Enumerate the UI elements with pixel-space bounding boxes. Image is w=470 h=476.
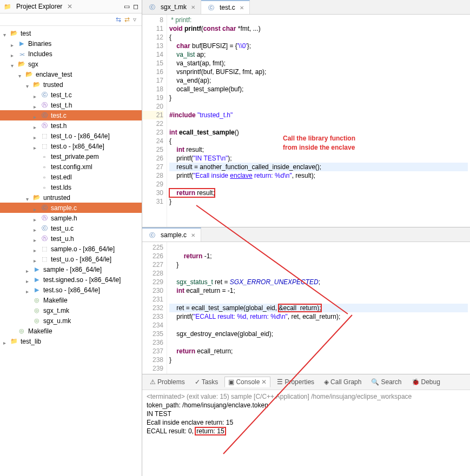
- twisty-icon[interactable]: [34, 92, 39, 98]
- twisty-icon[interactable]: [34, 133, 39, 139]
- twisty-icon[interactable]: [26, 318, 31, 324]
- maximize-icon[interactable]: ◻: [133, 3, 138, 10]
- code-line[interactable]: char buf[BUFSIZ] = {'\\0'};: [169, 42, 468, 50]
- twisty-icon[interactable]: [11, 328, 16, 334]
- tree-item[interactable]: 📂untrusted: [0, 192, 142, 203]
- project-tree[interactable]: 📂test▶Binaries⫘Includes📂sgx📂enclave_test…: [0, 26, 142, 476]
- tree-item[interactable]: ◎Makefile: [0, 326, 142, 336]
- code-mid[interactable]: return -1; } sgx_status_t ret = SGX_ERRO…: [167, 242, 470, 374]
- tree-item[interactable]: ⫘Includes: [0, 49, 142, 59]
- twisty-icon[interactable]: [26, 195, 31, 200]
- twisty-icon[interactable]: [34, 175, 39, 180]
- code-line[interactable]: printf("Ecall inside enclave return: %d\…: [169, 171, 468, 180]
- code-line[interactable]: printf("ECALL result: %d, return: %d\n",…: [169, 312, 468, 321]
- close-icon[interactable]: ✕: [191, 4, 195, 10]
- tree-item[interactable]: ▶Binaries: [0, 38, 142, 49]
- tree-item[interactable]: ⓗtest_u.h: [0, 233, 142, 244]
- twisty-icon[interactable]: [11, 51, 16, 57]
- tree-item[interactable]: ⬚sample.o - [x86_64/le]: [0, 244, 142, 254]
- code-line[interactable]: result = another_function_called_inside_…: [169, 163, 468, 171]
- tree-item[interactable]: ⬚test_u.o - [x86_64/le]: [0, 254, 142, 264]
- editor-tab[interactable]: ⓒsample.c✕: [142, 227, 201, 242]
- twisty-icon[interactable]: [34, 154, 39, 159]
- code-line[interactable]: va_end(ap);: [169, 76, 468, 85]
- tree-item[interactable]: ⓒtest.c: [0, 110, 142, 120]
- code-line[interactable]: vsnprintf(buf, BUFSIZ, fmt, ap);: [169, 68, 468, 76]
- code-line[interactable]: [169, 243, 468, 252]
- twisty-icon[interactable]: [26, 82, 31, 88]
- code-line[interactable]: printf("IN TEST\n");: [169, 154, 468, 163]
- twisty-icon[interactable]: [3, 31, 9, 36]
- console-tab-problems[interactable]: ⚠Problems: [147, 377, 188, 387]
- tree-item[interactable]: ▶test.signed.so - [x86_64/le]: [0, 274, 142, 285]
- close-icon[interactable]: ✕: [191, 232, 195, 238]
- twisty-icon[interactable]: [34, 113, 39, 118]
- twisty-icon[interactable]: [11, 62, 16, 67]
- code-top[interactable]: * printf: void printf(const char *fmt, .…: [167, 15, 470, 227]
- twisty-icon[interactable]: [34, 216, 39, 221]
- tree-item[interactable]: ⓗtest.h: [0, 120, 142, 131]
- twisty-icon[interactable]: [34, 144, 39, 149]
- twisty-icon[interactable]: [26, 298, 31, 303]
- tree-item[interactable]: ◎sgx_t.mk: [0, 305, 142, 316]
- editor-tab[interactable]: ⓒsgx_t.mk✕: [142, 0, 201, 14]
- code-line[interactable]: }: [169, 356, 468, 364]
- view-menu-icon[interactable]: ▿: [133, 16, 136, 23]
- code-line[interactable]: [169, 364, 468, 373]
- console-tab-call-graph[interactable]: ◈Call Graph: [321, 377, 365, 387]
- tree-item[interactable]: ⓒtest_u.c: [0, 223, 142, 233]
- tree-item[interactable]: ▫test_private.pem: [0, 151, 142, 162]
- code-line[interactable]: [169, 321, 468, 330]
- twisty-icon[interactable]: [34, 226, 39, 231]
- code-line[interactable]: return result;: [169, 189, 215, 197]
- code-line[interactable]: * printf:: [169, 16, 468, 24]
- tree-item[interactable]: ▫test.edl: [0, 172, 142, 182]
- code-line[interactable]: {: [169, 33, 468, 42]
- console-body[interactable]: <terminated> (exit value: 15) sample [C/…: [142, 390, 470, 438]
- tree-item[interactable]: ⬚test_t.o - [x86_64/le]: [0, 131, 142, 141]
- code-line[interactable]: sgx_destroy_enclave(global_eid);: [169, 330, 468, 338]
- tree-item[interactable]: ▶test.so - [x86_64/le]: [0, 285, 142, 295]
- twisty-icon[interactable]: [18, 72, 24, 77]
- code-line[interactable]: va_start(ap, fmt);: [169, 59, 468, 68]
- console-tab-properties[interactable]: ☰Properties: [274, 377, 317, 387]
- console-tab-console[interactable]: ▣Console ✕: [224, 377, 270, 387]
- console-tab-debug[interactable]: 🐞Debug: [408, 377, 443, 387]
- code-line[interactable]: [169, 119, 468, 128]
- code-line[interactable]: [169, 295, 468, 304]
- code-line[interactable]: return -1;: [169, 252, 468, 260]
- twisty-icon[interactable]: [34, 103, 39, 108]
- tree-item[interactable]: 📂sgx: [0, 59, 142, 69]
- editor-tab[interactable]: ⓒtest.c✕: [201, 0, 250, 14]
- twisty-icon[interactable]: [26, 308, 31, 313]
- console-tab-tasks[interactable]: ✓Tasks: [191, 377, 222, 387]
- twisty-icon[interactable]: [26, 267, 31, 272]
- tree-item[interactable]: 📂trusted: [0, 79, 142, 90]
- tree-item[interactable]: ⓗtest_t.h: [0, 100, 142, 110]
- twisty-icon[interactable]: [34, 246, 39, 252]
- tree-item[interactable]: ◎Makefile: [0, 295, 142, 305]
- tree-item[interactable]: ⓗsample.h: [0, 213, 142, 223]
- link-editor-icon[interactable]: ⇄: [124, 16, 130, 23]
- code-line[interactable]: return ecall_return;: [169, 347, 468, 356]
- twisty-icon[interactable]: [34, 236, 39, 242]
- tree-item[interactable]: ▶sample - [x86_64/le]: [0, 264, 142, 274]
- minimize-icon[interactable]: ▭: [124, 3, 130, 10]
- close-tab-icon[interactable]: ✕: [67, 3, 72, 10]
- tree-item[interactable]: ◎sgx_u.mk: [0, 316, 142, 326]
- tree-item[interactable]: ▫test.config.xml: [0, 162, 142, 172]
- collapse-all-icon[interactable]: ⇆: [116, 16, 121, 23]
- code-line[interactable]: ocall_test_sample(buf);: [169, 85, 468, 93]
- twisty-icon[interactable]: [34, 257, 39, 262]
- close-icon[interactable]: ✕: [261, 378, 267, 386]
- close-icon[interactable]: ✕: [240, 5, 244, 11]
- code-line[interactable]: int ecall_return = -1;: [169, 286, 468, 295]
- code-line[interactable]: void printf(const char *fmt, ...): [169, 24, 468, 33]
- tree-item[interactable]: 📁test_lib: [0, 336, 142, 346]
- twisty-icon[interactable]: [26, 287, 31, 293]
- tree-item[interactable]: 📂test: [0, 28, 142, 38]
- code-line[interactable]: [169, 338, 468, 347]
- code-line[interactable]: }: [169, 197, 468, 206]
- tree-item[interactable]: ⓒtest_t.c: [0, 90, 142, 100]
- tree-item[interactable]: 📂enclave_test: [0, 69, 142, 79]
